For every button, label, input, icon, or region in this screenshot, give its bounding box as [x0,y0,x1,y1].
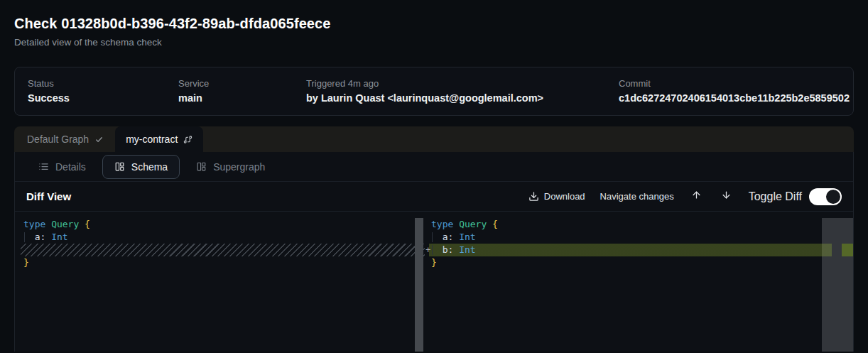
panels-icon [196,161,207,172]
service-label: Service [178,78,306,89]
tab-supergraph[interactable]: Supergraph [188,155,273,179]
git-compare-icon [183,135,192,144]
diff-pane-after: type Query { a: Int+ b: Int } [425,212,853,352]
arrow-down-icon [721,190,732,203]
toggle-diff-label: Toggle Diff [749,190,802,203]
code-token: type [431,218,453,231]
commit-field: Commit c1dc62724702406154013cbe11b225b2e… [619,78,850,104]
code-token [453,231,459,244]
code-token [487,218,492,231]
tab-default-graph[interactable]: Default Graph [14,126,115,152]
triggered-label: Triggered 4m ago [306,78,619,89]
code-line: a: Int [15,231,425,244]
code-token: Query [459,218,487,231]
contract-tabstrip: Default Graph my-contract [14,126,854,152]
page-header: Check 01328b0d-b396-43f2-89ab-dfda065fee… [14,16,854,48]
code-token: Int [459,231,475,244]
code-token: Query [51,218,79,231]
commit-label: Commit [619,78,850,89]
service-value: main [178,92,306,104]
previous-change-button[interactable] [689,190,704,203]
diff-gutter [425,256,431,269]
switch-knob [826,190,840,204]
code-line: } [425,256,853,269]
code-token: Int [459,244,475,256]
added-code-line: + b: Int [425,244,853,256]
list-icon [38,161,49,172]
page-subtitle: Detailed view of the schema check [14,37,854,48]
arrow-up-icon [691,190,702,203]
code-token [45,218,51,231]
code-token: b: [443,244,454,256]
code-token [431,244,443,256]
code-line: type Query { [425,218,853,231]
code-token [23,231,35,244]
code-token [453,218,459,231]
tab-default-graph-label: Default Graph [27,134,89,145]
tab-details[interactable]: Details [31,155,94,179]
diff-gutter: + [425,244,431,256]
added-change-marker [842,244,853,256]
code-token: type [23,218,45,231]
code-token: } [431,256,437,269]
diff-toolbar: Diff View Download Navigate changes [15,182,853,212]
status-value: Success [28,92,178,104]
code-token [79,218,85,231]
tab-details-label: Details [55,161,86,173]
page-title: Check 01328b0d-b396-43f2-89ab-dfda065fee… [14,16,854,32]
overview-ruler[interactable] [822,218,853,352]
diff-gutter [425,218,431,231]
toggle-diff-group: Toggle Diff [749,188,842,205]
hatch-pattern [21,244,425,256]
code-token: } [23,256,29,269]
code-token: a: [35,231,46,244]
commit-value: c1dc62724702406154013cbe11b225b2e5859502 [619,92,850,104]
navigate-changes-label: Navigate changes [600,191,674,202]
status-field: Status Success [28,78,178,104]
next-change-button[interactable] [719,190,734,203]
triggered-field: Triggered 4m ago by Laurin Quast <laurin… [306,78,619,104]
triggered-value: by Laurin Quast <laurinquast@googlemail.… [306,92,619,104]
diff-view-title: Diff View [26,190,71,202]
tab-supergraph-label: Supergraph [213,161,265,173]
check-icon [94,135,104,144]
diff-gutter [425,231,431,244]
code-token: a: [443,231,454,244]
tab-my-contract[interactable]: my-contract [115,126,203,152]
code-token [453,244,459,256]
tab-my-contract-label: my-contract [126,134,178,145]
view-tabs: Details Schema Supergraph [15,152,853,182]
download-button[interactable]: Download [528,191,585,202]
download-icon [528,191,539,202]
status-label: Status [28,78,178,89]
code-token: Int [51,231,67,244]
schema-check-panel: Details Schema Supergraph Diff View [14,152,854,352]
diff-pane-before: type Query { a: Int} [15,212,425,352]
code-token [45,231,51,244]
code-line: a: Int [425,231,853,244]
check-summary-card: Status Success Service main Triggered 4m… [14,67,854,116]
code-line: } [15,256,425,269]
diff-placeholder-line [15,244,425,256]
code-token: { [492,218,498,231]
toggle-diff-switch[interactable] [809,188,842,205]
download-label: Download [544,191,585,202]
left-scrollbar[interactable] [415,218,423,352]
diff-toolbar-actions: Download Navigate changes Toggle Diff [528,188,842,205]
code-token [431,231,443,244]
code-line: type Query { [15,218,425,231]
diff-editor: type Query { a: Int} type Query { a: Int… [15,212,853,352]
tab-schema[interactable]: Schema [102,155,180,179]
panels-icon [114,161,125,172]
service-field: Service main [178,78,306,104]
code-token: { [85,218,90,231]
tab-schema-label: Schema [131,161,168,173]
